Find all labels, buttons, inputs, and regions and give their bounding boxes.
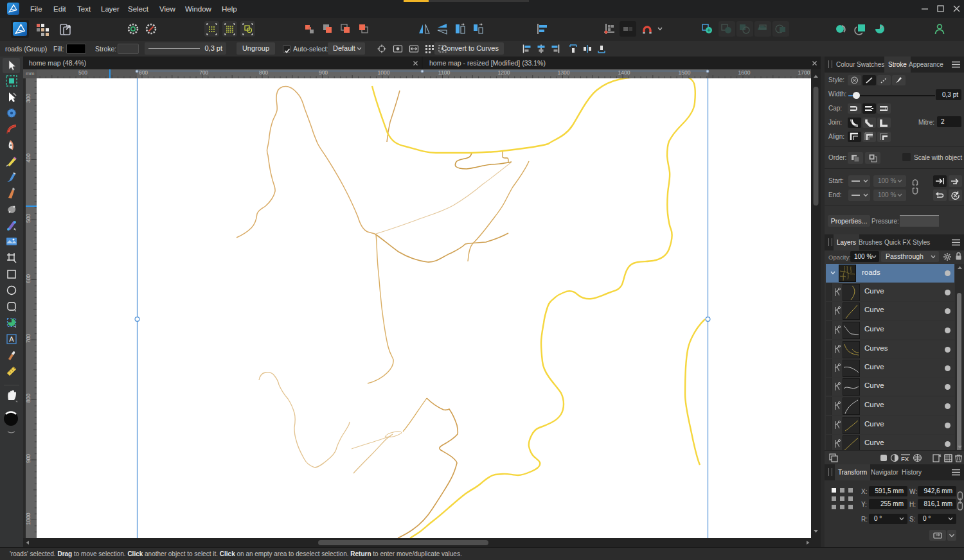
svg-text:700: 700 xyxy=(26,334,31,343)
svg-text:1700: 1700 xyxy=(798,69,810,76)
svg-text:300: 300 xyxy=(26,94,31,103)
svg-text:900: 900 xyxy=(319,69,328,76)
svg-text:1600: 1600 xyxy=(738,69,751,76)
svg-text:A: A xyxy=(9,335,14,343)
svg-text:900: 900 xyxy=(26,454,31,463)
svg-text:700: 700 xyxy=(199,69,208,76)
svg-text:1400: 1400 xyxy=(618,69,630,76)
svg-text:500: 500 xyxy=(78,69,87,76)
svg-text:600: 600 xyxy=(139,69,148,76)
svg-text:500: 500 xyxy=(26,214,31,223)
svg-text:FX: FX xyxy=(901,455,909,462)
svg-text:1000: 1000 xyxy=(378,69,390,76)
svg-text:1500: 1500 xyxy=(679,69,691,76)
svg-text:1100: 1100 xyxy=(438,69,451,76)
svg-text:800: 800 xyxy=(259,69,268,76)
svg-text:800: 800 xyxy=(26,394,31,403)
svg-text:1200: 1200 xyxy=(498,69,510,76)
svg-text:1000: 1000 xyxy=(26,512,31,525)
svg-text:400: 400 xyxy=(26,153,31,162)
svg-text:1300: 1300 xyxy=(558,69,570,76)
svg-text:600: 600 xyxy=(26,274,31,283)
